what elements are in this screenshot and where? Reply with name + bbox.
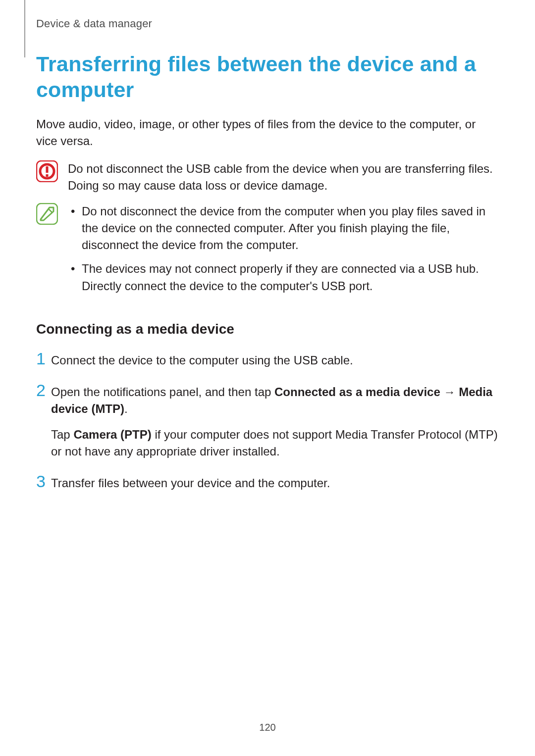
note-item: Do not disconnect the device from the co… — [68, 203, 499, 253]
svg-line-5 — [49, 209, 52, 212]
text-run: Open the notifications panel, and then t… — [51, 385, 274, 399]
svg-rect-2 — [46, 166, 49, 173]
steps-list: 1 Connect the device to the computer usi… — [36, 350, 499, 492]
step-text: Open the notifications panel, and then t… — [51, 384, 499, 417]
page-title: Transferring files between the device an… — [36, 51, 499, 103]
content-area: Transferring files between the device an… — [36, 51, 499, 504]
note-item: The devices may not connect properly if … — [68, 260, 499, 294]
text-run: Tap — [51, 428, 73, 441]
section-heading: Connecting as a media device — [36, 321, 499, 337]
note-bullet-list: Do not disconnect the device from the co… — [68, 203, 499, 294]
page: Device & data manager Transferring files… — [0, 0, 535, 756]
step-number: 2 — [36, 382, 51, 399]
warning-callout: Do not disconnect the USB cable from the… — [36, 160, 499, 194]
top-margin-rule — [24, 0, 25, 57]
step-number: 3 — [36, 473, 51, 490]
bold-run: Connected as a media device — [274, 385, 440, 399]
warning-icon — [36, 160, 68, 182]
note-icon — [36, 203, 68, 225]
step-number: 1 — [36, 350, 51, 367]
bold-run: Camera (PTP) — [73, 428, 151, 441]
note-callout: Do not disconnect the device from the co… — [36, 203, 499, 301]
warning-text: Do not disconnect the USB cable from the… — [68, 160, 499, 194]
step-item: 3 Transfer files between your device and… — [36, 473, 499, 492]
svg-rect-4 — [37, 203, 57, 224]
svg-rect-3 — [46, 174, 49, 177]
intro-paragraph: Move audio, video, image, or other types… — [36, 116, 499, 150]
arrow-glyph: → — [440, 385, 459, 399]
step-text: Connect the device to the computer using… — [51, 352, 499, 369]
step-body: Transfer files between your device and t… — [51, 473, 499, 492]
step-item: 1 Connect the device to the computer usi… — [36, 350, 499, 369]
breadcrumb: Device & data manager — [36, 17, 152, 30]
step-extra-text: Tap Camera (PTP) if your computer does n… — [51, 426, 499, 460]
text-run: . — [124, 402, 128, 415]
page-number: 120 — [0, 722, 535, 733]
step-body: Open the notifications panel, and then t… — [51, 382, 499, 460]
step-text: Transfer files between your device and t… — [51, 475, 499, 492]
step-item: 2 Open the notifications panel, and then… — [36, 382, 499, 460]
step-body: Connect the device to the computer using… — [51, 350, 499, 369]
note-text: Do not disconnect the device from the co… — [68, 203, 499, 301]
